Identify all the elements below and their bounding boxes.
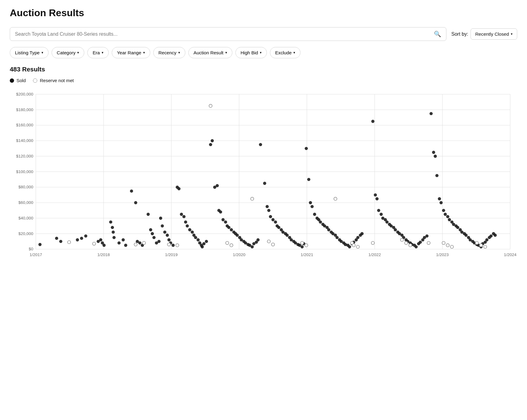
svg-point-117 — [269, 215, 272, 218]
svg-point-231 — [267, 240, 270, 243]
svg-point-240 — [400, 238, 403, 241]
svg-point-228 — [226, 241, 229, 244]
filter-label-listing-type: Listing Type — [15, 50, 40, 55]
svg-point-40 — [59, 240, 62, 243]
legend-sold-label: Sold — [16, 78, 26, 83]
legend-reserve-label: Reserve not met — [40, 78, 74, 83]
svg-text:1/2021: 1/2021 — [300, 252, 313, 257]
sort-by-dropdown[interactable]: Recently Closed ▾ — [471, 28, 517, 40]
svg-point-138 — [313, 213, 316, 216]
svg-point-166 — [380, 213, 383, 216]
svg-text:$140,000: $140,000 — [16, 138, 33, 143]
svg-point-216 — [485, 238, 488, 241]
svg-point-197 — [446, 215, 449, 218]
svg-point-55 — [130, 190, 133, 193]
svg-point-222 — [93, 242, 96, 245]
svg-point-218 — [489, 234, 492, 237]
svg-point-238 — [356, 245, 359, 248]
svg-point-62 — [151, 232, 154, 235]
svg-point-233 — [300, 241, 303, 244]
svg-point-196 — [444, 213, 447, 216]
svg-point-169 — [385, 220, 388, 223]
svg-point-72 — [172, 244, 175, 247]
svg-point-247 — [475, 241, 478, 244]
svg-point-155 — [348, 245, 351, 248]
svg-point-194 — [439, 201, 442, 204]
svg-text:1/2023: 1/2023 — [436, 252, 449, 257]
svg-point-185 — [419, 241, 422, 244]
svg-point-134 — [305, 147, 308, 150]
svg-point-60 — [147, 213, 150, 216]
svg-point-113 — [259, 143, 262, 146]
svg-point-118 — [271, 218, 274, 221]
filter-auction-result[interactable]: Auction Result▾ — [188, 47, 232, 58]
svg-text:1/2019: 1/2019 — [165, 252, 178, 257]
svg-point-226 — [176, 244, 179, 247]
legend-reserve: Reserve not met — [33, 78, 74, 83]
svg-text:1/2017: 1/2017 — [30, 252, 42, 257]
svg-point-223 — [134, 243, 137, 246]
svg-point-225 — [167, 243, 170, 246]
search-input[interactable] — [15, 31, 434, 37]
svg-point-80 — [191, 230, 194, 234]
svg-point-49 — [111, 226, 114, 229]
filter-chevron-auction-result-icon: ▾ — [225, 51, 227, 55]
sort-by-label: Sort by: — [451, 31, 468, 37]
svg-point-246 — [450, 245, 453, 248]
search-wrapper: 🔍 — [10, 27, 446, 41]
svg-point-53 — [122, 238, 125, 241]
svg-point-99 — [230, 228, 233, 231]
svg-point-136 — [309, 201, 312, 204]
svg-point-115 — [266, 205, 269, 208]
filter-exclude[interactable]: Exclude▾ — [270, 47, 300, 58]
filter-label-category: Category — [57, 50, 76, 55]
svg-point-243 — [427, 241, 430, 244]
svg-point-109 — [251, 245, 254, 248]
svg-point-221 — [67, 241, 71, 244]
filter-listing-type[interactable]: Listing Type▾ — [10, 47, 49, 58]
svg-point-159 — [356, 236, 359, 239]
svg-point-149 — [336, 236, 339, 239]
filter-chevron-category-icon: ▾ — [77, 51, 79, 55]
svg-point-165 — [377, 209, 380, 212]
svg-point-161 — [361, 232, 364, 235]
filter-era[interactable]: Era▾ — [87, 47, 109, 58]
svg-point-63 — [152, 236, 155, 239]
svg-point-82 — [194, 236, 197, 239]
filter-label-auction-result: Auction Result — [194, 50, 224, 55]
svg-point-229 — [230, 244, 233, 247]
filter-category[interactable]: Category▾ — [52, 47, 85, 58]
svg-point-58 — [138, 241, 141, 244]
svg-text:$20,000: $20,000 — [18, 231, 33, 236]
svg-point-192 — [435, 174, 438, 177]
svg-point-232 — [271, 243, 274, 246]
svg-point-190 — [432, 151, 435, 154]
search-button[interactable]: 🔍 — [434, 31, 441, 38]
svg-point-112 — [256, 238, 260, 241]
svg-point-132 — [300, 245, 303, 248]
svg-point-66 — [159, 217, 162, 220]
filter-year-range[interactable]: Year Range▾ — [112, 47, 150, 58]
reserve-dot-icon — [33, 78, 37, 83]
svg-point-47 — [103, 244, 106, 247]
svg-point-65 — [157, 240, 160, 243]
filters-row: Listing Type▾Category▾Era▾Year Range▾Rec… — [10, 47, 517, 58]
chart-legend: Sold Reserve not met — [10, 78, 517, 83]
filter-high-bid[interactable]: High Bid▾ — [235, 47, 267, 58]
svg-point-234 — [305, 244, 308, 247]
svg-point-239 — [371, 241, 374, 244]
svg-point-242 — [409, 244, 412, 247]
filter-label-year-range: Year Range — [117, 50, 141, 55]
svg-point-94 — [219, 210, 222, 213]
svg-point-173 — [394, 228, 397, 231]
filter-chevron-era-icon: ▾ — [102, 51, 104, 55]
svg-point-206 — [464, 234, 467, 237]
svg-point-38 — [38, 243, 42, 246]
svg-point-235 — [334, 197, 337, 200]
svg-point-121 — [277, 226, 280, 229]
svg-point-189 — [430, 112, 433, 115]
svg-point-188 — [425, 234, 428, 237]
filter-recency[interactable]: Recency▾ — [153, 47, 185, 58]
search-bar-row: 🔍 Sort by: Recently Closed ▾ — [10, 27, 517, 41]
legend-sold: Sold — [10, 78, 26, 83]
